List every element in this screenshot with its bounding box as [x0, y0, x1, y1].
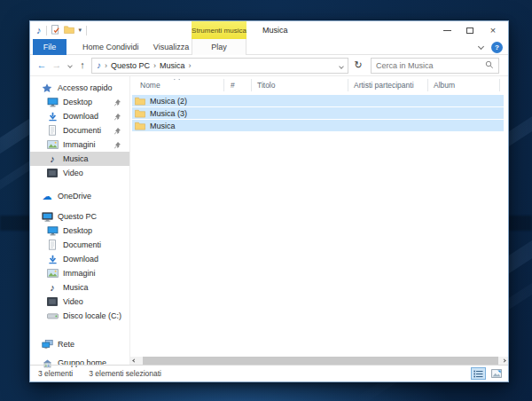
sidebar-item-immagini-pc[interactable]: Immagini [30, 266, 129, 280]
sidebar-item-documenti[interactable]: Documenti [30, 123, 129, 138]
pin-icon [113, 98, 121, 108]
scrollbar-thumb[interactable] [143, 357, 498, 365]
pin-icon [113, 141, 121, 151]
minimize-button[interactable] [435, 21, 458, 39]
recent-locations-button[interactable] [66, 64, 74, 67]
music-note-icon: ♪ [46, 282, 59, 294]
sidebar-item-label: Immagini [63, 140, 96, 149]
download-arrow-icon [46, 111, 59, 122]
minimize-icon [443, 30, 451, 31]
properties-button[interactable] [51, 25, 59, 36]
sidebar-item-desktop-pc[interactable]: Desktop [30, 224, 129, 238]
hard-drive-icon [46, 311, 59, 322]
document-icon [46, 240, 59, 251]
chevron-right-icon [502, 358, 505, 362]
quick-access-toolbar: ♪ ▾ [36, 21, 87, 39]
chevron-down-icon [67, 63, 73, 68]
details-view-button[interactable] [471, 367, 486, 380]
breadcrumb-separator: › [189, 61, 192, 70]
sidebar-item-musica[interactable]: ♪ Musica [30, 152, 129, 166]
back-button[interactable]: ← [35, 60, 48, 70]
column-header-titolo[interactable]: Titolo [252, 79, 348, 91]
table-row[interactable]: Musica [132, 120, 504, 131]
video-icon [46, 296, 59, 308]
items-count: 3 elementi [38, 369, 73, 378]
sidebar-item-label: Documenti [63, 240, 101, 249]
file-list-pane: Nome # Titolo Artisti partecipanti Album… [129, 76, 508, 365]
sidebar-item-desktop[interactable]: Desktop [30, 95, 129, 109]
file-rows: Musica (2) Musica (3) Musica [130, 95, 508, 131]
sidebar-item-label: Documenti [63, 126, 101, 135]
ribbon-tab-bar: File Home Condividi Visualizza Play ? [30, 39, 508, 55]
breadcrumb-separator: › [105, 61, 107, 70]
folder-icon [135, 121, 145, 130]
tab-visualizza[interactable]: Visualizza [149, 39, 193, 55]
column-header-album[interactable]: Album [428, 79, 500, 91]
separator [86, 26, 87, 35]
network-icon [41, 339, 53, 350]
sidebar-item-label: Accesso rapido [58, 83, 113, 92]
column-header-artisti[interactable]: Artisti partecipanti [348, 79, 428, 91]
scroll-right-arrow[interactable] [500, 359, 508, 362]
sidebar-item-musica-pc[interactable]: ♪ Musica [30, 280, 129, 295]
up-button[interactable]: ↑ [76, 60, 89, 70]
expand-ribbon-button[interactable] [479, 42, 483, 51]
new-folder-button[interactable] [64, 25, 74, 35]
address-dropdown-button[interactable] [340, 61, 343, 70]
help-button[interactable]: ? [491, 42, 503, 53]
sidebar-item-documenti-pc[interactable]: Documenti [30, 238, 129, 252]
sidebar-item-accesso-rapido[interactable]: Accesso rapido [30, 81, 129, 95]
address-bar: ← → ↑ ♪ › Questo PC › Musica › ↻ [30, 55, 508, 76]
navigation-pane: Accesso rapido Desktop Download Document… [30, 76, 129, 365]
large-icons-view-button[interactable] [489, 367, 504, 380]
cloud-icon: ☁ [41, 191, 53, 202]
file-name: Musica [150, 122, 176, 130]
column-header-nome[interactable]: Nome [130, 79, 224, 91]
ribbon-right-controls: ? [479, 39, 503, 55]
horizontal-scrollbar[interactable] [130, 357, 508, 365]
details-view-icon [473, 370, 483, 378]
sidebar-item-immagini[interactable]: Immagini [30, 138, 129, 152]
maximize-icon [466, 28, 473, 34]
close-button[interactable]: × [481, 21, 505, 39]
table-row[interactable]: Musica (2) [132, 95, 504, 106]
column-headers: Nome # Titolo Artisti partecipanti Album [130, 76, 508, 93]
sort-ascending-icon [174, 79, 180, 83]
sidebar-item-disco-locale[interactable]: Disco locale (C:) [30, 309, 129, 323]
title-bar[interactable]: ♪ ▾ Strumenti musica Musica × [30, 21, 508, 39]
sidebar-item-label: Questo PC [58, 212, 97, 221]
tab-file[interactable]: File [33, 39, 66, 55]
table-row[interactable]: Musica (3) [132, 107, 504, 119]
maximize-button[interactable] [458, 21, 481, 39]
folder-music-note-icon: ♪ [97, 60, 101, 70]
monitor-icon [46, 225, 59, 237]
address-field[interactable]: ♪ › Questo PC › Musica › [91, 58, 348, 74]
sidebar-item-download-pc[interactable]: Download [30, 252, 129, 266]
music-note-icon: ♪ [46, 153, 59, 165]
refresh-button[interactable]: ↻ [351, 59, 365, 71]
desktop-wallpaper: ♪ ▾ Strumenti musica Musica × File [0, 0, 532, 401]
search-box[interactable] [371, 58, 499, 74]
sidebar-item-download[interactable]: Download [30, 109, 129, 123]
search-input[interactable] [376, 61, 485, 70]
sidebar-item-label: Download [63, 255, 98, 263]
folder-icon [135, 108, 145, 118]
breadcrumb-musica[interactable]: Musica [160, 61, 185, 70]
column-header-number[interactable]: # [224, 79, 252, 91]
tab-condividi[interactable]: Condividi [102, 39, 143, 55]
sidebar-item-video-pc[interactable]: Video [30, 295, 129, 309]
chevron-left-icon [132, 358, 136, 362]
qat-customize-caret-icon[interactable]: ▾ [79, 27, 82, 34]
sidebar-item-label: Musica [63, 283, 89, 292]
forward-button[interactable]: → [51, 60, 63, 70]
window-body: Accesso rapido Desktop Download Document… [30, 76, 508, 365]
sidebar-item-onedrive[interactable]: ☁ OneDrive [30, 189, 129, 203]
scroll-left-arrow[interactable] [130, 359, 138, 362]
sidebar-item-video[interactable]: Video [30, 166, 129, 180]
tab-play[interactable]: Play [192, 39, 246, 55]
image-icon [46, 268, 59, 279]
sidebar-item-label: Immagini [63, 269, 96, 278]
breadcrumb-questo-pc[interactable]: Questo PC [111, 61, 150, 70]
sidebar-item-questo-pc[interactable]: Questo PC [30, 209, 129, 224]
sidebar-item-rete[interactable]: Rete [30, 337, 129, 351]
